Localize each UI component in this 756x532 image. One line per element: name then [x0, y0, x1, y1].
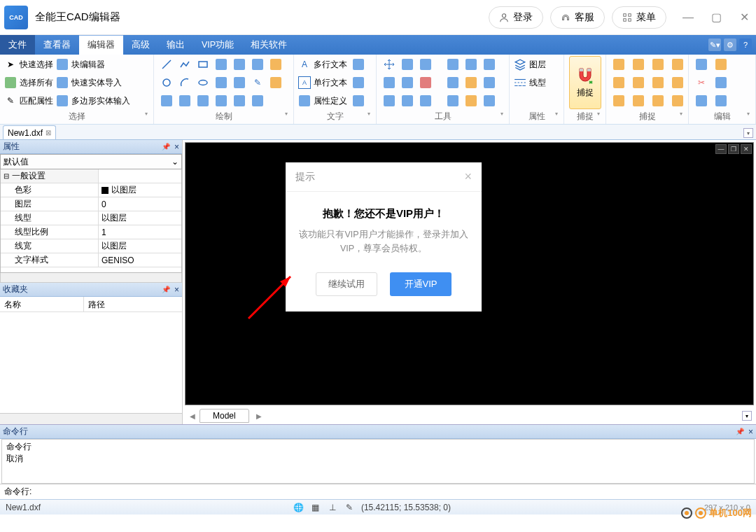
pin-icon[interactable]: 📌: [162, 286, 170, 293]
t10[interactable]: [444, 74, 461, 91]
zoom-tool[interactable]: [417, 56, 434, 73]
crop-tool[interactable]: [399, 56, 416, 73]
pencil-options-icon[interactable]: ✎▾: [708, 38, 721, 51]
col-name[interactable]: 名称: [0, 297, 84, 312]
star-tool[interactable]: [231, 74, 248, 91]
table-row[interactable]: 文字样式GENISO: [1, 253, 181, 267]
command-input[interactable]: [34, 487, 752, 497]
snap-12[interactable]: [669, 92, 686, 109]
snap-4[interactable]: [669, 56, 686, 73]
snap-7[interactable]: [650, 74, 666, 91]
t4[interactable]: [381, 92, 398, 109]
mtext-tool[interactable]: A多行文本: [298, 56, 347, 73]
pencil-tool[interactable]: ✎: [249, 74, 266, 91]
select-all[interactable]: 选择所有: [4, 74, 53, 91]
login-button[interactable]: 登录: [489, 6, 543, 29]
ellipse-tool[interactable]: [195, 74, 211, 91]
attdef-tool[interactable]: 属性定义: [298, 92, 347, 109]
panel-close-icon[interactable]: ×: [748, 427, 753, 437]
t5[interactable]: [399, 92, 416, 109]
dim-tool[interactable]: [231, 56, 248, 73]
clip-tool[interactable]: [713, 74, 729, 91]
vp-close-icon[interactable]: ✕: [741, 144, 752, 154]
snap-2[interactable]: [630, 56, 647, 73]
snap-6[interactable]: [630, 74, 647, 91]
snap-5[interactable]: [610, 74, 627, 91]
ltype-tool[interactable]: 线型: [514, 74, 546, 91]
more-tool[interactable]: [195, 92, 211, 109]
cut-tool[interactable]: ✂: [693, 74, 710, 91]
vp-max-icon[interactable]: ❐: [728, 144, 739, 154]
close-button[interactable]: ✕: [736, 10, 752, 25]
t9[interactable]: [481, 56, 498, 73]
quick-select[interactable]: ➤快速选择: [4, 56, 53, 73]
stext-tool[interactable]: A单行文本: [298, 74, 347, 91]
open-vip-button[interactable]: 开通VIP: [390, 272, 451, 296]
menu-tab-vip[interactable]: VIP功能: [193, 35, 242, 55]
t8[interactable]: [463, 56, 479, 73]
quick-entity-import[interactable]: 快速实体导入: [56, 74, 130, 91]
snap-11[interactable]: [650, 92, 666, 109]
arc-tool[interactable]: [176, 74, 193, 91]
more-tool2[interactable]: [213, 92, 230, 109]
model-tab[interactable]: Model: [200, 409, 249, 423]
match-props[interactable]: ✎匹配属性: [4, 92, 53, 109]
close-tab-icon[interactable]: ⊠: [46, 129, 51, 136]
hatch-tool[interactable]: [158, 92, 175, 109]
polygon-entity-input[interactable]: 多边形实体输入: [56, 92, 130, 109]
tab-nav-left[interactable]: ◀: [190, 412, 195, 420]
panel-close-icon[interactable]: ×: [174, 285, 179, 295]
settings-icon[interactable]: ⚙: [724, 38, 736, 51]
block-edit[interactable]: 块编辑器: [56, 56, 130, 73]
document-tab[interactable]: New1.dxf ⊠: [3, 125, 56, 139]
status-icon-perp[interactable]: ⊥: [328, 503, 337, 512]
menu-tab-advanced[interactable]: 高级: [123, 35, 158, 55]
layer-tool[interactable]: 图层: [514, 56, 546, 73]
e6[interactable]: [713, 92, 729, 109]
minimize-button[interactable]: —: [680, 10, 696, 25]
vp-min-icon[interactable]: —: [715, 144, 727, 154]
scrollbar[interactable]: [0, 273, 182, 283]
ruler-tool[interactable]: [267, 74, 284, 91]
polyline-tool[interactable]: [176, 56, 193, 73]
properties-selector[interactable]: 默认值 ⌄: [0, 154, 182, 169]
table-tool[interactable]: [249, 92, 266, 109]
t13[interactable]: [444, 92, 461, 109]
point-tool[interactable]: [213, 74, 230, 91]
status-icon-globe[interactable]: 🌐: [294, 503, 304, 512]
pin-icon[interactable]: 📌: [736, 428, 744, 435]
more-tool3[interactable]: [231, 92, 248, 109]
leader-tool[interactable]: [249, 56, 266, 73]
prop-group-header[interactable]: 一般设置: [1, 169, 181, 183]
spline-tool[interactable]: [267, 56, 284, 73]
menu-tab-output[interactable]: 输出: [158, 35, 193, 55]
menu-tab-related[interactable]: 相关软件: [242, 35, 295, 55]
status-icon-pen[interactable]: ✎: [344, 503, 354, 512]
align-tool[interactable]: [176, 92, 193, 109]
maximize-button[interactable]: ▢: [708, 10, 724, 25]
line-tool[interactable]: [158, 56, 175, 73]
model-tabs-dropdown[interactable]: ▾: [742, 411, 752, 421]
t2[interactable]: [399, 74, 416, 91]
snap-8[interactable]: [669, 74, 686, 91]
snap-3[interactable]: [650, 56, 666, 73]
move-tool[interactable]: [381, 56, 398, 73]
snap-9[interactable]: [610, 92, 627, 109]
menu-tab-editor[interactable]: 编辑器: [79, 35, 123, 55]
panel-close-icon[interactable]: ×: [174, 142, 179, 152]
menu-file[interactable]: 文件: [0, 35, 35, 55]
text-tool-c[interactable]: [350, 92, 367, 109]
t7[interactable]: [444, 56, 461, 73]
t11[interactable]: [463, 74, 479, 91]
table-row[interactable]: 图层0: [1, 197, 181, 211]
paste-tool[interactable]: [713, 56, 729, 73]
dialog-close-icon[interactable]: ×: [464, 169, 472, 184]
snap-1[interactable]: [610, 56, 627, 73]
snap-button[interactable]: 捕捉: [569, 56, 601, 109]
copy-tool[interactable]: [693, 56, 710, 73]
tab-nav-right[interactable]: ▶: [256, 412, 262, 420]
polyline2-tool[interactable]: [213, 56, 230, 73]
t14[interactable]: [463, 92, 479, 109]
menu-tab-viewer[interactable]: 查看器: [35, 35, 79, 55]
help-icon[interactable]: ?: [739, 38, 752, 51]
